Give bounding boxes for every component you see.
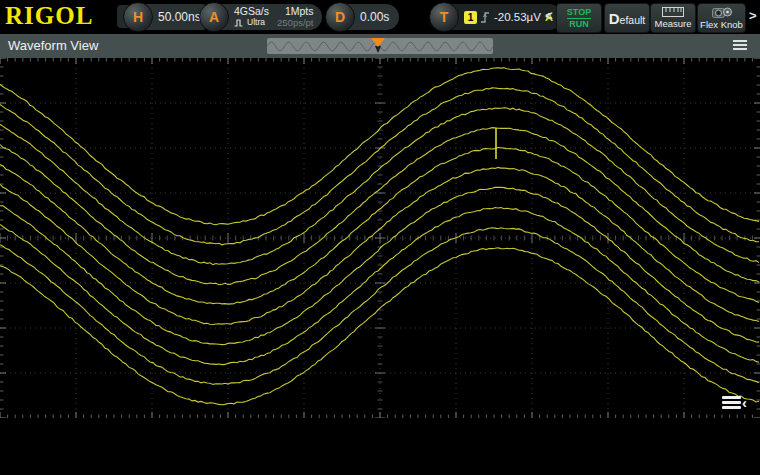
- horizontal-knob-icon[interactable]: H: [123, 2, 153, 32]
- trigger-source-badge: 1: [464, 11, 477, 24]
- tab-waveform-view[interactable]: Waveform View: [8, 38, 98, 53]
- trigger-level-value: -20.53µV: [494, 11, 541, 23]
- stop-label: STOP: [567, 8, 591, 17]
- rising-edge-icon: [480, 11, 491, 24]
- trigger-settings-group[interactable]: T 1 -20.53µV A: [430, 4, 562, 30]
- measure-label: Measure: [655, 18, 692, 29]
- oscilloscope-screen: RIGOL T'D H 50.00ns/ A 4GSa/s 1Mpts Ultr…: [0, 0, 760, 475]
- trigger-marker-tail: [375, 46, 381, 53]
- measure-button[interactable]: Measure: [650, 3, 696, 33]
- acquisition-settings-group[interactable]: A 4GSa/s 1Mpts Ultra 250ps/pt: [200, 4, 322, 30]
- ruler-icon: [662, 7, 684, 17]
- rigol-logo: RIGOL: [5, 2, 93, 30]
- waveform-preview-strip[interactable]: [267, 38, 493, 54]
- delay-settings-group[interactable]: D 0.00s: [326, 4, 399, 30]
- run-label: RUN: [569, 20, 589, 29]
- channel-status-bar: R CH1 50.00mV/ Ω 0.00V CH2 50.00mV/ 0.00…: [0, 418, 760, 475]
- sample-rate: 4GSa/s: [234, 6, 269, 17]
- acquisition-mode: Ultra: [234, 17, 269, 28]
- graticule-and-traces: [0, 58, 760, 418]
- flex-knob-label: Flex Knob: [700, 19, 743, 30]
- sine-trace: [0, 68, 759, 225]
- menu-icon[interactable]: [733, 40, 747, 50]
- knob-icon: [712, 7, 732, 18]
- collapse-menu-icon[interactable]: ‹: [722, 396, 747, 409]
- flex-knob-button[interactable]: Flex Knob: [697, 3, 746, 33]
- default-label: Default: [609, 10, 646, 27]
- toolbar-prev-chevron-icon[interactable]: <: [545, 8, 553, 23]
- delay-value: 0.00s: [360, 10, 399, 24]
- header-bar: RIGOL T'D H 50.00ns/ A 4GSa/s 1Mpts Ultr…: [0, 0, 760, 34]
- default-button[interactable]: Default: [604, 3, 650, 33]
- acquisition-knob-icon[interactable]: A: [199, 2, 229, 32]
- trigger-position-marker: [371, 38, 385, 47]
- sample-resolution: 250ps/pt: [277, 17, 313, 28]
- stop-run-button[interactable]: STOP RUN: [556, 3, 602, 33]
- acquisition-info: 4GSa/s 1Mpts Ultra 250ps/pt: [234, 6, 322, 28]
- waveform-display-area[interactable]: ‹: [0, 58, 760, 418]
- view-tab-bar: Waveform View: [0, 34, 760, 58]
- step-waveform-icon: [234, 18, 245, 27]
- memory-depth: 1Mpts: [277, 6, 313, 17]
- delay-knob-icon[interactable]: D: [325, 2, 355, 32]
- trigger-knob-icon[interactable]: T: [429, 2, 459, 32]
- toolbar-next-chevron-icon[interactable]: >: [749, 8, 757, 23]
